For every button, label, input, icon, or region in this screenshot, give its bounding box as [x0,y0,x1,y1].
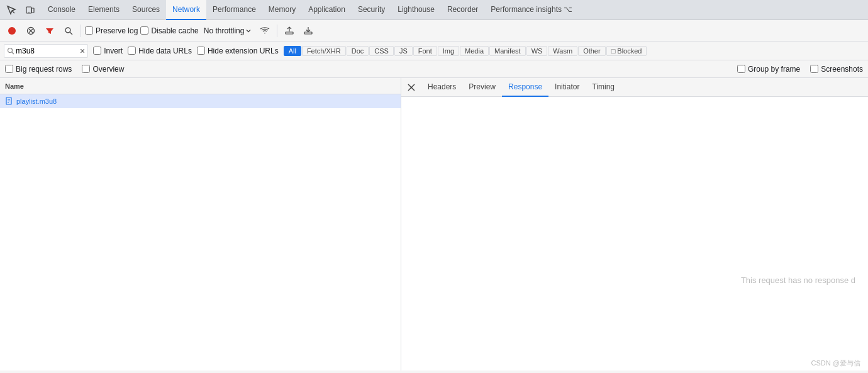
filter-pill-wasm[interactable]: Wasm [548,46,577,56]
svg-line-9 [70,32,72,35]
top-tabs: ConsoleElementsSourcesNetworkPerformance… [42,0,579,20]
close-icon [408,84,415,91]
filter-pill-all[interactable]: All [284,46,301,56]
search-input[interactable] [16,47,79,55]
search-icon-btn[interactable] [60,23,77,39]
detail-tab-response[interactable]: Response [502,78,548,97]
filter-type-pills: AllFetch/XHRDocCSSJSFontImgMediaManifest… [284,46,647,56]
hide-data-urls-checkbox[interactable]: Hide data URLs [128,47,192,55]
filter-pill-other[interactable]: Other [578,46,606,56]
filter-pill-blocked[interactable]: □ Blocked [606,46,647,56]
request-list: Name playlist.m3u8 [0,78,401,370]
big-request-rows-input[interactable] [5,65,13,73]
search-clear-btn[interactable]: × [80,47,85,55]
hide-extension-urls-input[interactable] [197,47,205,55]
detail-content: This request has no response d [401,97,868,370]
throttle-label: No throttling [204,26,245,35]
filter-pill-css[interactable]: CSS [369,46,394,56]
filter-pill-media[interactable]: Media [460,46,489,56]
tab-console[interactable]: Console [42,0,82,20]
detail-tab-preview[interactable]: Preview [462,78,502,97]
filter-pill-fetchxhr[interactable]: Fetch/XHR [302,46,346,56]
svg-line-15 [12,52,14,54]
options-row: Big request rows Overview Group by frame… [0,60,868,78]
hide-extension-urls-checkbox[interactable]: Hide extension URLs [197,47,279,55]
options-left: Big request rows Overview [5,65,124,74]
filter-pill-js[interactable]: JS [394,46,413,56]
hide-data-urls-input[interactable] [128,47,136,55]
group-by-frame-input[interactable] [737,65,745,73]
filter-icon-btn[interactable] [42,23,58,39]
screenshots-label: Screenshots [821,65,863,74]
tab-sources[interactable]: Sources [126,0,166,20]
preserve-log-input[interactable] [85,26,93,35]
request-item[interactable]: playlist.m3u8 [0,94,401,108]
filter-pill-font[interactable]: Font [413,46,437,56]
tab-recorder[interactable]: Recorder [441,0,484,20]
request-item-name: playlist.m3u8 [16,97,57,105]
svg-line-0 [12,11,14,13]
search-box: × [4,44,88,58]
svg-point-14 [8,48,13,52]
group-by-frame-checkbox[interactable]: Group by frame [737,65,800,74]
disable-cache-checkbox[interactable]: Disable cache [140,26,198,35]
toolbar-sep-1 [81,25,81,37]
request-list-header: Name [0,78,401,94]
network-toolbar: Preserve log Disable cache No throttling [0,20,868,42]
tab-lighthouse[interactable]: Lighthouse [391,0,441,20]
close-detail-btn[interactable] [404,80,419,95]
detail-tab-headers[interactable]: Headers [421,78,462,97]
big-request-rows-checkbox[interactable]: Big request rows [5,65,72,74]
device-toolbar-icon[interactable] [21,1,39,19]
select-element-icon[interactable] [3,1,20,19]
tab-application[interactable]: Application [302,0,352,20]
overview-checkbox[interactable]: Overview [82,65,124,74]
svg-rect-12 [304,32,312,34]
svg-rect-2 [31,8,34,13]
svg-point-3 [28,11,29,12]
tab-elements[interactable]: Elements [82,0,126,20]
filter-pill-img[interactable]: Img [438,46,459,56]
filter-row: × Invert Hide data URLs Hide extension U… [0,42,868,60]
throttle-dropdown-icon [245,28,252,34]
main-content: Name playlist.m3u8 HeadersPreviewRespons… [0,78,868,370]
filter-pill-doc[interactable]: Doc [347,46,369,56]
invert-checkbox[interactable]: Invert [93,47,123,55]
screenshots-input[interactable] [810,65,818,73]
search-box-icon [7,47,14,55]
preserve-log-checkbox[interactable]: Preserve log [85,26,138,35]
detail-tabs: HeadersPreviewResponseInitiatorTiming [401,78,868,97]
big-request-rows-label: Big request rows [16,65,72,74]
svg-rect-10 [286,32,293,34]
devtools-controls [3,1,39,19]
group-by-frame-label: Group by frame [748,65,800,74]
tab-memory[interactable]: Memory [262,0,302,20]
options-right: Group by frame Screenshots [737,65,863,74]
tab-performance[interactable]: Performance [206,0,262,20]
wifi-icon-btn[interactable] [257,23,273,39]
screenshots-checkbox[interactable]: Screenshots [810,65,863,74]
svg-point-4 [8,27,16,35]
no-response-text: This request has no response d [741,276,855,285]
detail-tab-initiator[interactable]: Initiator [548,78,586,97]
filter-pill-ws[interactable]: WS [526,46,548,56]
tab-performanceinsights⌥[interactable]: Performance insights ⌥ [484,0,579,20]
detail-tab-timing[interactable]: Timing [586,78,621,97]
preserve-log-label: Preserve log [96,26,138,35]
tab-security[interactable]: Security [352,0,391,20]
filter-options: Invert Hide data URLs Hide extension URL… [93,47,278,55]
watermark: CSDN @爱与信 [811,359,860,368]
record-stop-btn[interactable] [4,23,20,39]
invert-input[interactable] [93,47,101,55]
overview-label: Overview [92,65,124,74]
overview-input[interactable] [82,65,90,73]
clear-btn[interactable] [23,23,39,39]
detail-tab-list: HeadersPreviewResponseInitiatorTiming [421,78,621,97]
tab-network[interactable]: Network [166,0,206,20]
filter-pill-manifest[interactable]: Manifest [489,46,526,56]
throttle-select[interactable]: No throttling [201,25,255,36]
detail-panel: HeadersPreviewResponseInitiatorTiming Th… [401,78,868,370]
disable-cache-input[interactable] [140,26,148,35]
download-btn[interactable] [300,23,316,39]
upload-btn[interactable] [281,23,298,39]
